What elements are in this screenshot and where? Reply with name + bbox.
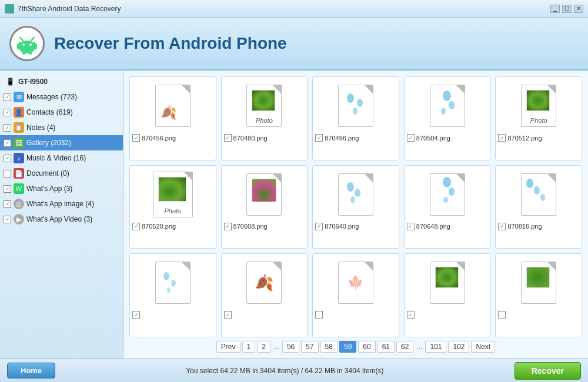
cb-870520[interactable] [132, 223, 140, 230]
prev-button[interactable]: Prev [216, 341, 240, 353]
cb-870816[interactable] [498, 223, 506, 230]
sidebar-item-music[interactable]: ♪ Music & Video (16) [0, 150, 123, 166]
thumb-row3-2[interactable]: 🍂 [221, 253, 308, 337]
thumb-870816[interactable]: 870816.png [495, 165, 582, 249]
sidebar-item-whatsapp-video[interactable]: ▶ What's App Video (3) [0, 212, 123, 227]
sidebar-item-whatsapp[interactable]: W What's App (3) [0, 181, 123, 196]
whatsapp-video-checkbox[interactable] [4, 216, 11, 223]
page-58[interactable]: 58 [320, 341, 338, 353]
next-button[interactable]: Next [471, 341, 495, 353]
minimize-button[interactable]: ⎯ [550, 5, 560, 13]
svg-point-22 [526, 179, 533, 188]
whatsapp-video-icon: ▶ [14, 214, 24, 224]
music-checkbox[interactable] [4, 155, 11, 162]
page-62[interactable]: 62 [396, 341, 413, 353]
cb-870480[interactable] [224, 134, 232, 142]
sidebar-item-messages[interactable]: ✉ Messages (723) [0, 89, 123, 105]
sidebar-item-gallery[interactable]: 🖼 Gallery (2032) [0, 135, 123, 150]
svg-point-21 [443, 197, 448, 203]
sidebar: 📱 GT-I9500 ✉ Messages (723) 👤 Contacts (… [0, 71, 123, 358]
cb-870456[interactable] [132, 134, 140, 142]
page-2[interactable]: 2 [257, 341, 270, 353]
drops-svg-496 [343, 90, 369, 119]
whatsapp-image-checkbox[interactable] [4, 200, 11, 208]
page-56[interactable]: 56 [282, 341, 299, 353]
pagination: Prev 1 2 ... 56 57 58 59 60 61 62 ... 10… [129, 337, 582, 353]
thumb-870480[interactable]: Photo 870480.png [221, 76, 308, 160]
cb-870608[interactable] [224, 223, 232, 230]
thumb-870496[interactable]: 870496.png [312, 76, 399, 160]
cb-row3-2[interactable] [224, 311, 232, 319]
svg-point-13 [443, 91, 451, 101]
close-button[interactable]: ✕ [574, 5, 583, 13]
thumb-row3-3[interactable]: 🍁 [312, 253, 399, 337]
page-61[interactable]: 61 [377, 341, 395, 353]
thumb-row3-4[interactable] [404, 253, 491, 337]
device-label: 📱 GT-I9500 [0, 75, 123, 89]
thumb-870520[interactable]: Photo 870520.png [129, 165, 216, 249]
messages-checkbox[interactable] [4, 93, 11, 101]
filename-870520: 870520.png [142, 223, 176, 230]
thumb-row3-5[interactable] [495, 253, 582, 337]
page-57[interactable]: 57 [301, 341, 318, 353]
ellipsis-1: ... [272, 343, 280, 351]
ellipsis-2: ... [415, 343, 423, 351]
thumb-870504[interactable]: 870504.png [404, 76, 491, 160]
gallery-checkbox[interactable] [4, 139, 11, 147]
page-102[interactable]: 102 [448, 341, 469, 353]
cb-row3-4[interactable] [407, 311, 415, 319]
contacts-icon: 👤 [14, 107, 24, 118]
thumb-870512[interactable]: Photo 870512.png [495, 76, 582, 160]
svg-point-24 [540, 194, 545, 201]
notes-checkbox[interactable] [4, 124, 11, 132]
app-icon [5, 4, 14, 14]
whatsapp-image-label: What's App Image (4) [26, 200, 94, 208]
contacts-checkbox[interactable] [4, 109, 11, 116]
thumb-870640[interactable]: 870640.png [312, 165, 399, 249]
cb-870648[interactable] [407, 223, 415, 230]
filename-870648: 870648.png [416, 223, 450, 230]
cb-870496[interactable] [315, 134, 323, 142]
svg-point-17 [355, 189, 360, 197]
cb-870640[interactable] [315, 223, 323, 230]
sidebar-item-contacts[interactable]: 👤 Contacts (619) [0, 105, 123, 120]
document-checkbox[interactable] [4, 170, 11, 177]
sidebar-item-whatsapp-image[interactable]: ◎ What's App Image (4) [0, 196, 123, 212]
drops-svg-640 [342, 177, 368, 207]
cb-row3-1[interactable] [132, 311, 140, 319]
home-button[interactable]: Home [7, 363, 55, 378]
svg-rect-1 [19, 42, 35, 49]
svg-point-3 [29, 43, 32, 46]
notes-label: Notes (4) [26, 123, 55, 132]
filename-870608: 870608.png [233, 223, 268, 230]
whatsapp-checkbox[interactable] [4, 185, 11, 193]
thumb-row3-1[interactable] [129, 253, 216, 337]
page-1[interactable]: 1 [242, 341, 256, 353]
svg-point-16 [347, 182, 354, 192]
svg-point-18 [350, 196, 355, 203]
svg-line-5 [31, 38, 34, 41]
thumb-870648[interactable]: 870648.png [404, 165, 491, 249]
content-area: 🍂 870456.png Photo [123, 71, 588, 358]
whatsapp-label: What's App (3) [26, 185, 72, 193]
filename-870512: 870512.png [507, 135, 542, 142]
svg-rect-6 [17, 43, 20, 49]
drops-svg-648 [434, 176, 460, 206]
cb-row3-5[interactable] [498, 311, 506, 319]
page-60[interactable]: 60 [358, 341, 375, 353]
sidebar-item-document[interactable]: 📄 Document (0) [0, 166, 123, 181]
svg-rect-8 [22, 50, 25, 55]
gallery-label: Gallery (2032) [26, 139, 71, 147]
sidebar-item-notes[interactable]: 📋 Notes (4) [0, 120, 123, 135]
cb-870504[interactable] [407, 134, 415, 142]
cb-row3-3[interactable] [315, 311, 323, 319]
titlebar-controls[interactable]: ⎯ ☐ ✕ [550, 5, 583, 13]
cb-870512[interactable] [498, 134, 506, 142]
thumb-870608[interactable]: 870608.png [221, 165, 308, 249]
maximize-button[interactable]: ☐ [562, 5, 572, 13]
thumb-870456[interactable]: 🍂 870456.png [129, 76, 216, 160]
recover-button[interactable]: Recover [514, 362, 581, 380]
page-101[interactable]: 101 [425, 341, 446, 353]
document-label: Document (0) [26, 169, 69, 177]
page-59[interactable]: 59 [339, 341, 356, 353]
